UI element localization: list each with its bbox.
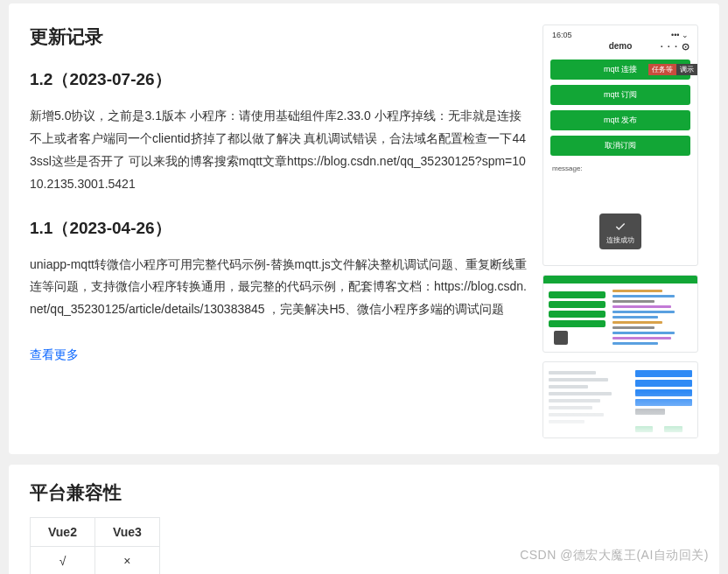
view-more-link[interactable]: 查看更多 bbox=[30, 347, 79, 363]
phone-debug-tag: 任务等 调示 bbox=[648, 64, 697, 75]
phone-btn-publish: mqtt 发布 bbox=[550, 110, 690, 130]
phone-toast: 连接成功 bbox=[599, 214, 641, 249]
phone-statusbar: 16:05 ••• ⌄ bbox=[543, 25, 697, 41]
cell-vue2: √ bbox=[31, 547, 95, 575]
table-row: √ × bbox=[31, 547, 160, 575]
col-vue2: Vue2 bbox=[31, 518, 95, 547]
thumbnail-ide-2[interactable] bbox=[542, 361, 698, 438]
version-title-2: 1.1（2023-04-26） bbox=[30, 217, 527, 240]
phone-title: demo · · · ⊙ bbox=[543, 41, 697, 54]
version-desc-1: 新增5.0协议，之前是3.1版本 小程序：请使用基础组件库2.33.0 小程序掉… bbox=[30, 105, 527, 196]
version-title-1: 1.2（2023-07-26） bbox=[30, 68, 527, 91]
phone-signal: ••• ⌄ bbox=[671, 31, 689, 39]
changelog-card: 更新记录 1.2（2023-07-26） 新增5.0协议，之前是3.1版本 小程… bbox=[9, 4, 719, 454]
compat-card: 平台兼容性 Vue2 Vue3 √ × bbox=[9, 465, 719, 574]
phone-capsule: · · · ⊙ bbox=[661, 41, 690, 52]
changelog-content: 更新记录 1.2（2023-07-26） 新增5.0协议，之前是3.1版本 小程… bbox=[30, 24, 527, 438]
table-row: Vue2 Vue3 bbox=[31, 518, 160, 547]
phone-message-label: message: bbox=[543, 161, 697, 172]
check-icon bbox=[614, 220, 626, 233]
cell-vue3: × bbox=[94, 547, 159, 575]
thumbnail-ide-1[interactable] bbox=[542, 275, 698, 352]
phone-time: 16:05 bbox=[552, 31, 572, 39]
phone-btn-unsub: 取消订阅 bbox=[550, 136, 690, 156]
thumbnail-phone[interactable]: 16:05 ••• ⌄ demo · · · ⊙ 任务等 调示 mqtt 连接 … bbox=[542, 24, 698, 266]
thumbnail-column: 16:05 ••• ⌄ demo · · · ⊙ 任务等 调示 mqtt 连接 … bbox=[542, 24, 698, 438]
section-title: 更新记录 bbox=[30, 24, 527, 49]
compat-table: Vue2 Vue3 √ × bbox=[30, 517, 160, 574]
compat-title: 平台兼容性 bbox=[30, 480, 698, 505]
col-vue3: Vue3 bbox=[94, 518, 159, 547]
version-desc-2: uniapp-mqtt转微信小程序可用完整代码示例-替换mqtt.js文件解决整… bbox=[30, 254, 527, 322]
ide-toolbar bbox=[543, 276, 697, 284]
phone-btn-subscribe: mqtt 订阅 bbox=[550, 85, 690, 105]
